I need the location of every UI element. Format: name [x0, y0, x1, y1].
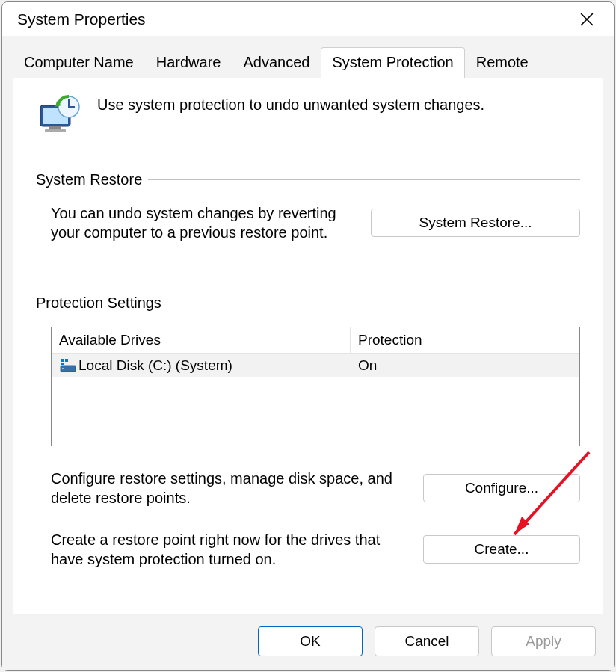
svg-rect-10	[61, 363, 64, 365]
group-header-system-restore: System Restore	[36, 171, 580, 188]
table-header: Available Drives Protection	[52, 327, 579, 354]
dialog-button-row: OK Cancel Apply	[2, 614, 614, 670]
apply-button[interactable]: Apply	[491, 626, 596, 656]
cell-protection: On	[351, 354, 579, 377]
tab-panel-system-protection: Use system protection to undo unwanted s…	[13, 78, 603, 614]
tab-system-protection[interactable]: System Protection	[321, 47, 464, 78]
svg-rect-3	[45, 129, 66, 132]
group-header-protection-settings: Protection Settings	[36, 295, 580, 312]
intro-text: Use system protection to undo unwanted s…	[97, 93, 484, 114]
tab-hardware[interactable]: Hardware	[145, 47, 232, 78]
system-protection-icon	[36, 93, 84, 141]
create-desc: Create a restore point right now for the…	[51, 530, 408, 569]
create-row: Create a restore point right now for the…	[36, 530, 580, 569]
group-label-system-restore: System Restore	[36, 171, 142, 188]
tabstrip: Computer Name Hardware Advanced System P…	[2, 36, 614, 78]
configure-row: Configure restore settings, manage disk …	[36, 469, 580, 508]
col-header-protection[interactable]: Protection	[351, 327, 579, 353]
cell-drive: Local Disk (C:) (System)	[52, 354, 351, 377]
divider	[167, 303, 580, 303]
col-header-drives[interactable]: Available Drives	[52, 327, 351, 353]
svg-rect-7	[62, 368, 64, 369]
table-row[interactable]: Local Disk (C:) (System) On	[52, 354, 579, 377]
close-icon	[580, 13, 594, 26]
drive-icon	[59, 357, 77, 374]
configure-button[interactable]: Configure...	[423, 474, 580, 502]
drive-name: Local Disk (C:) (System)	[78, 357, 232, 374]
system-properties-window: System Properties Computer Name Hardware…	[1, 1, 615, 671]
intro-row: Use system protection to undo unwanted s…	[36, 93, 580, 141]
group-label-protection-settings: Protection Settings	[36, 295, 161, 312]
drives-table: Available Drives Protection Local Disk (…	[51, 327, 580, 446]
system-restore-row: You can undo system changes by reverting…	[36, 203, 580, 242]
system-restore-button[interactable]: System Restore...	[371, 209, 580, 237]
tab-computer-name[interactable]: Computer Name	[13, 47, 145, 78]
tab-remote[interactable]: Remote	[465, 47, 540, 78]
window-title: System Properties	[17, 10, 570, 28]
close-button[interactable]	[570, 3, 603, 36]
create-button[interactable]: Create...	[423, 535, 580, 564]
svg-rect-9	[65, 359, 68, 362]
divider	[148, 179, 580, 180]
tab-advanced[interactable]: Advanced	[232, 47, 321, 78]
cancel-button[interactable]: Cancel	[375, 626, 479, 656]
configure-desc: Configure restore settings, manage disk …	[51, 469, 408, 508]
system-restore-desc: You can undo system changes by reverting…	[51, 203, 356, 242]
title-bar: System Properties	[2, 2, 614, 36]
svg-rect-8	[61, 359, 64, 362]
svg-rect-2	[49, 126, 61, 129]
ok-button[interactable]: OK	[258, 626, 363, 656]
